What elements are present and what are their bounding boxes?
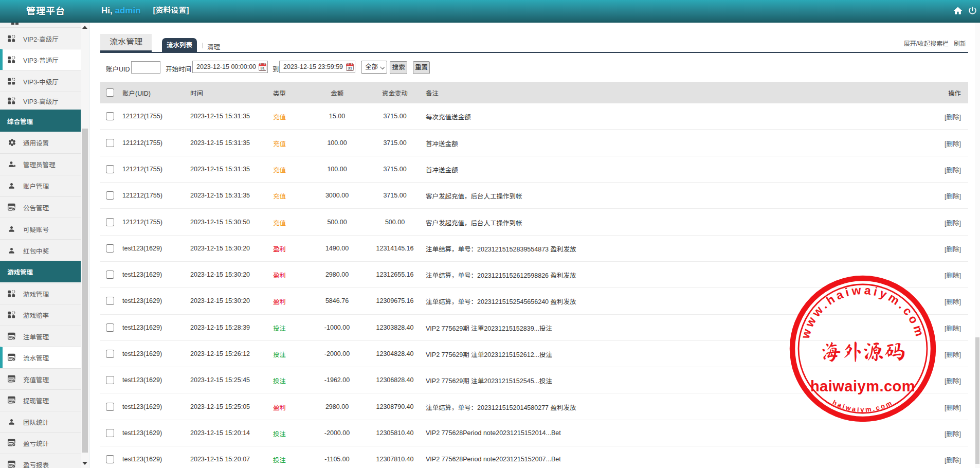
svg-text:31: 31 [348,66,352,70]
svg-text:haiwaiym.com: haiwaiym.com [831,399,895,413]
svg-text:haiwaiym.com: haiwaiym.com [810,378,915,394]
svg-text:海外源码: 海外源码 [821,340,905,363]
svg-text:31: 31 [260,66,265,70]
